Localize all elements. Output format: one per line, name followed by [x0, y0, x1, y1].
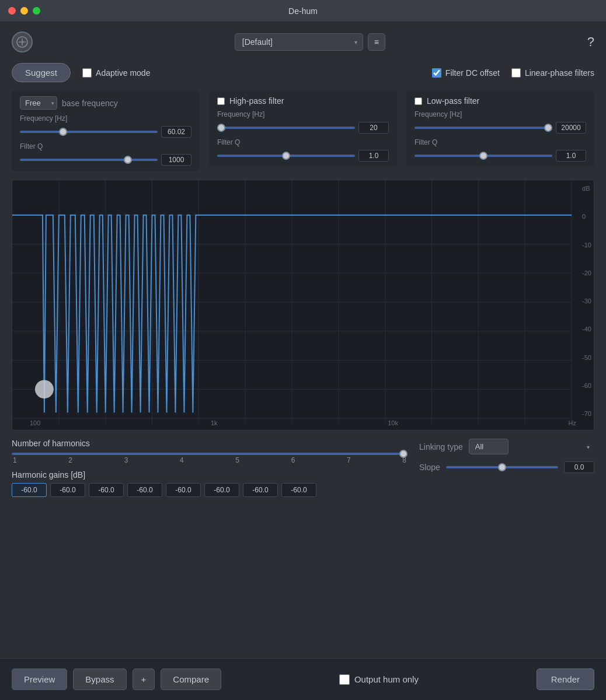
db-labels: dB 0 -10 -20 -30 -40 -50 -60 -70: [582, 185, 591, 417]
highpass-filterq-container: 1.0: [217, 150, 389, 162]
titlebar: De-hum: [0, 0, 606, 22]
preview-button[interactable]: Preview: [12, 668, 67, 690]
gain-box-5[interactable]: -60.0: [166, 483, 201, 497]
gain-box-1[interactable]: -60.0: [12, 483, 47, 497]
linear-phase-checkbox[interactable]: [511, 68, 521, 78]
close-button[interactable]: [8, 7, 16, 15]
lowpass-filterq-container: 1.0: [415, 150, 586, 162]
lowpass-checkbox[interactable]: [415, 97, 422, 105]
harmonics-slider[interactable]: [12, 453, 408, 455]
base-freq-header: Free 50 Hz 60 Hz ▾ base frequency: [20, 96, 191, 110]
bypass-button[interactable]: Bypass: [73, 668, 126, 690]
base-freq-value: 60.02: [161, 126, 191, 138]
gain-box-6[interactable]: -60.0: [204, 483, 239, 497]
linking-label: Linking type: [419, 442, 463, 452]
gain-box-7[interactable]: -60.0: [243, 483, 278, 497]
logo-icon: [12, 32, 33, 52]
minimize-button[interactable]: [20, 7, 28, 15]
linear-phase-text: Linear-phase filters: [525, 68, 594, 78]
traffic-lights: [8, 7, 40, 15]
plus-button[interactable]: +: [133, 668, 155, 690]
adaptive-mode-text: Adaptive mode: [96, 68, 150, 78]
base-filterq-slider[interactable]: [20, 159, 158, 161]
db-label-10: -10: [582, 242, 591, 249]
hz-labels: 100 1k 10k Hz: [30, 419, 576, 426]
base-freq-slider[interactable]: [20, 131, 158, 133]
lowpass-freq-slider[interactable]: [415, 127, 552, 129]
lowpass-freq-container: 20000: [415, 122, 586, 134]
render-button[interactable]: Render: [537, 668, 594, 690]
highpass-freq-container: 20: [217, 122, 389, 134]
help-button[interactable]: ?: [587, 34, 594, 50]
db-label-60: -60: [582, 382, 591, 389]
filter-dc-offset-label[interactable]: Filter DC offset: [432, 68, 500, 78]
harmonics-section-label: Number of harmonics: [12, 439, 408, 448]
base-filterq-value: 1000: [161, 154, 191, 166]
highpass-label: High-pass filter: [229, 96, 284, 106]
db-label-30: -30: [582, 298, 591, 304]
maximize-button[interactable]: [33, 7, 40, 15]
suggest-button[interactable]: Suggest: [12, 63, 71, 82]
linking-select[interactable]: All None Odd Even: [469, 439, 509, 454]
lowpass-section: Low-pass filter Frequency [Hz] 20000 Fil…: [406, 90, 594, 167]
highpass-checkbox[interactable]: [217, 97, 225, 105]
base-filterq-slider-container: 1000: [20, 154, 191, 166]
highpass-freq-slider[interactable]: [217, 127, 355, 129]
output-hum-text: Output hum only: [354, 674, 419, 684]
base-freq-freq-label: Frequency [Hz]: [20, 114, 67, 123]
db-label-40: -40: [582, 326, 591, 332]
linear-phase-label[interactable]: Linear-phase filters: [511, 68, 594, 78]
lowpass-filterq-slider[interactable]: [415, 155, 552, 157]
bottom-bar: Preview Bypass + Compare Output hum only…: [0, 658, 606, 700]
base-freq-section: Free 50 Hz 60 Hz ▾ base frequency Freque…: [12, 90, 200, 172]
highpass-header: High-pass filter: [217, 96, 389, 106]
highpass-filterq-row: Filter Q: [217, 138, 389, 146]
output-hum-label[interactable]: Output hum only: [339, 674, 419, 685]
filter-dc-offset-text: Filter DC offset: [445, 68, 500, 78]
highpass-section: High-pass filter Frequency [Hz] 20 Filte…: [209, 90, 397, 167]
db-label-0val: 0: [582, 213, 591, 220]
hz-label-10k: 10k: [388, 419, 398, 426]
base-filterq-row: Filter Q: [20, 142, 191, 150]
hz-label-100: 100: [30, 419, 40, 426]
highpass-filterq-slider[interactable]: [217, 155, 355, 157]
db-label-20: -20: [582, 270, 591, 276]
base-freq-mode-select[interactable]: Free 50 Hz 60 Hz: [20, 96, 57, 110]
gain-box-3[interactable]: -60.0: [89, 483, 124, 497]
linking-select-wrapper: All None Odd Even ▾: [469, 439, 594, 454]
preset-area: [Default] ▾ ≡: [235, 33, 385, 51]
harmonic-gains-label: Harmonic gains [dB]: [12, 470, 408, 480]
lowpass-freq-value: 20000: [556, 122, 586, 134]
menu-button[interactable]: ≡: [368, 33, 385, 51]
highpass-freq-value: 20: [358, 122, 389, 134]
linking-row: Linking type All None Odd Even ▾: [419, 439, 594, 454]
filter-dc-offset-checkbox[interactable]: [432, 68, 441, 78]
db-label-50: -50: [582, 354, 591, 361]
base-filterq-label: Filter Q: [20, 142, 62, 150]
gain-box-8[interactable]: -60.0: [281, 483, 316, 497]
main-content: [Default] ▾ ≡ ? Suggest Adaptive mode Fi…: [0, 22, 606, 506]
hz-label-1k: 1k: [211, 419, 218, 426]
lowpass-filterq-row: Filter Q: [415, 138, 586, 146]
preset-select[interactable]: [Default]: [235, 33, 363, 51]
hz-label-hz: Hz: [569, 419, 576, 426]
topbar: [Default] ▾ ≡ ?: [12, 32, 594, 52]
harmonics-right: Linking type All None Odd Even ▾ Slope 0…: [419, 439, 594, 473]
compare-button[interactable]: Compare: [161, 668, 221, 690]
eq-chart-container[interactable]: dB 0 -10 -20 -30 -40 -50 -60 -70 100 1k …: [12, 180, 594, 430]
logo-svg: [16, 36, 29, 48]
slope-label: Slope: [419, 463, 440, 472]
output-hum-checkbox[interactable]: [339, 674, 350, 685]
slope-slider[interactable]: [446, 466, 558, 468]
base-freq-label: base frequency: [62, 99, 118, 108]
adaptive-mode-label[interactable]: Adaptive mode: [82, 68, 150, 78]
highpass-filterq-label: Filter Q: [217, 138, 259, 146]
svg-point-24: [35, 380, 54, 398]
gain-box-4[interactable]: -60.0: [127, 483, 162, 497]
adaptive-mode-checkbox[interactable]: [82, 68, 92, 78]
highpass-filterq-value: 1.0: [358, 150, 389, 162]
harmonics-left: Number of harmonics 1 2 3 4 5 6 7 8 Harm…: [12, 439, 408, 497]
lowpass-label: Low-pass filter: [427, 96, 479, 106]
slope-value: 0.0: [564, 461, 594, 473]
gain-box-2[interactable]: -60.0: [50, 483, 85, 497]
